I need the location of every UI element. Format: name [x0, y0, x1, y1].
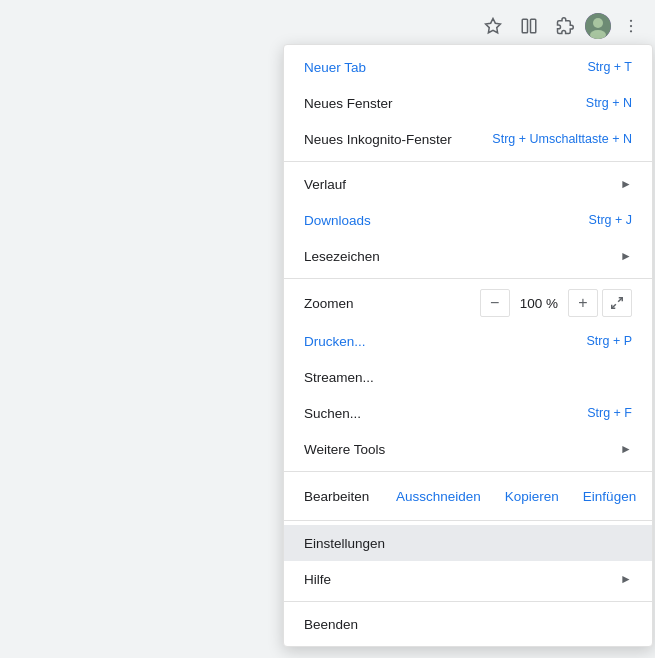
edit-row: Bearbeiten Ausschneiden Kopieren Einfüge… [284, 476, 652, 516]
reader-icon[interactable] [513, 10, 545, 42]
zoom-plus-button[interactable]: + [568, 289, 598, 317]
paste-button[interactable]: Einfügen [571, 483, 648, 510]
menu-section-zoom: Zoomen − 100 % + Drucken... Strg + P [284, 279, 652, 472]
zoom-controls: − 100 % + [480, 289, 632, 317]
menu-item-new-tab[interactable]: Neuer Tab Strg + T [284, 49, 652, 85]
menu-item-print[interactable]: Drucken... Strg + P [284, 323, 652, 359]
svg-rect-1 [522, 19, 527, 33]
zoom-value: 100 % [510, 296, 568, 311]
svg-marker-0 [486, 19, 501, 33]
chrome-menu: Neuer Tab Strg + T Neues Fenster Strg + … [283, 44, 653, 647]
menu-item-search[interactable]: Suchen... Strg + F [284, 395, 652, 431]
menu-section-new: Neuer Tab Strg + T Neues Fenster Strg + … [284, 45, 652, 162]
svg-point-4 [593, 18, 603, 28]
svg-point-8 [630, 30, 632, 32]
extensions-icon[interactable] [549, 10, 581, 42]
zoom-row: Zoomen − 100 % + [284, 283, 652, 323]
menu-item-new-window[interactable]: Neues Fenster Strg + N [284, 85, 652, 121]
menu-item-help[interactable]: Hilfe ► [284, 561, 652, 597]
zoom-minus-button[interactable]: − [480, 289, 510, 317]
menu-item-incognito[interactable]: Neues Inkognito-Fenster Strg + Umschaltt… [284, 121, 652, 157]
menu-section-quit: Beenden [284, 602, 652, 646]
menu-item-quit[interactable]: Beenden [284, 606, 652, 642]
menu-item-downloads[interactable]: Downloads Strg + J [284, 202, 652, 238]
menu-section-settings: Einstellungen Hilfe ► [284, 521, 652, 602]
menu-section-edit: Bearbeiten Ausschneiden Kopieren Einfüge… [284, 472, 652, 521]
svg-rect-2 [531, 19, 536, 33]
zoom-fullscreen-button[interactable] [602, 289, 632, 317]
svg-point-6 [630, 20, 632, 22]
copy-button[interactable]: Kopieren [493, 483, 571, 510]
svg-point-7 [630, 25, 632, 27]
avatar[interactable] [585, 13, 611, 39]
menu-section-history: Verlauf ► Downloads Strg + J Lesezeichen… [284, 162, 652, 279]
menu-item-tools[interactable]: Weitere Tools ► [284, 431, 652, 467]
cut-button[interactable]: Ausschneiden [384, 483, 493, 510]
menu-item-bookmarks[interactable]: Lesezeichen ► [284, 238, 652, 274]
menu-icon[interactable] [615, 10, 647, 42]
star-icon[interactable] [477, 10, 509, 42]
menu-item-history[interactable]: Verlauf ► [284, 166, 652, 202]
menu-item-stream[interactable]: Streamen... [284, 359, 652, 395]
menu-item-settings[interactable]: Einstellungen [284, 525, 652, 561]
